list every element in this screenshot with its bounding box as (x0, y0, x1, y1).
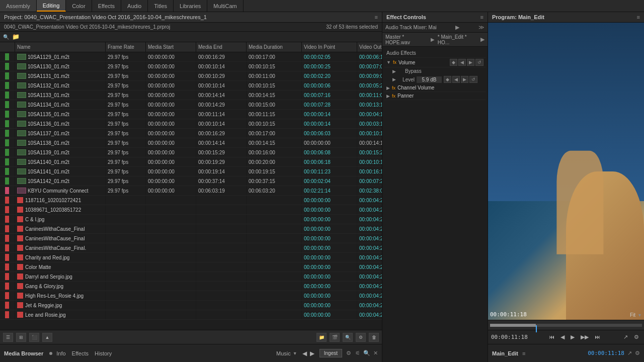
panner-arrow[interactable]: ▶ (386, 94, 390, 99)
table-row[interactable]: Darryl and Sergio.jpg00:00:00:0000:00:04… (0, 272, 382, 282)
clear-filter-icon[interactable]: ✕ (373, 350, 378, 356)
list-view-button[interactable]: ☰ (3, 333, 13, 342)
level-keyframe-btn[interactable]: ◆ (444, 76, 451, 83)
music-dropdown[interactable]: ▼ (293, 351, 297, 356)
th-name[interactable]: Name (15, 42, 106, 52)
grid-view-button[interactable]: ⊞ (16, 333, 26, 342)
nav-titles[interactable]: Titles (148, 0, 174, 12)
info-tab[interactable]: Info (56, 349, 65, 357)
table-row[interactable]: Gang & Glory.jpg00:00:00:0000:00:04:2800… (0, 282, 382, 291)
nav-assembly[interactable]: Assembly (0, 0, 37, 12)
table-row[interactable]: CaninesWithaCause_Final.00:00:00:0000:00… (0, 243, 382, 253)
table-row[interactable]: 10SA1136_01.m2t29.97 fps00:00:00:0000:00… (0, 119, 382, 129)
nav-editing[interactable]: Editing (37, 0, 66, 12)
main-edit-menu[interactable]: ≡ (522, 350, 525, 356)
main-edit-settings-btn[interactable]: ⚙ (635, 350, 640, 356)
program-timecode-display[interactable]: 00:00:11:18 (491, 334, 528, 340)
level-arrow[interactable]: ▶ (392, 77, 396, 82)
table-row[interactable]: CaninesWithaCause_Final00:00:00:0000:00:… (0, 234, 382, 243)
fit-dropdown-arrow[interactable]: ▼ (637, 313, 642, 318)
history-tab[interactable]: History (95, 349, 112, 357)
table-row[interactable]: 10SA1137_01.m2t29.97 fps00:00:00:0000:00… (0, 129, 382, 138)
timeline-bar[interactable] (490, 324, 642, 327)
table-row[interactable]: 10SA1132_01.m2t29.97 fps00:00:00:0000:00… (0, 81, 382, 90)
table-row[interactable]: 10389671_1020385172200:00:00:0000:00:04:… (0, 205, 382, 215)
table-row[interactable]: 10SA1142_01.m2t29.97 fps00:00:00:0000:00… (0, 176, 382, 186)
th-framerate[interactable]: Frame Rate (106, 42, 146, 52)
master-label[interactable]: Master * HOPE.wav (385, 34, 428, 45)
effects-tab[interactable]: Effects (72, 349, 89, 357)
table-row[interactable]: Lee and Rosie.jpg00:00:00:0000:00:04:280… (0, 310, 382, 320)
table-row[interactable]: 10SA1140_01.m2t29.97 fps00:00:00:0000:00… (0, 157, 382, 167)
main-edit-label[interactable]: * Main_Edit * HO... (438, 34, 477, 45)
timeline-playhead[interactable] (536, 325, 537, 332)
table-row[interactable]: 10SA1129_01.m2t29.97 fps00:00:00:0000:00… (0, 52, 382, 62)
table-row[interactable]: C & I.jpg00:00:00:0000:00:04:2800:00:04:… (0, 215, 382, 224)
play-back-button[interactable]: ◀ (558, 333, 567, 341)
nav-audio[interactable]: Audio (121, 0, 148, 12)
bypass-arrow[interactable]: ▶ (392, 69, 396, 74)
new-item-button[interactable]: 🎬 (330, 333, 340, 342)
level-value[interactable]: 5.9 dB (417, 76, 442, 83)
step-forward-button[interactable]: ⏭ (593, 333, 602, 341)
delete-button[interactable]: 🗑 (369, 333, 379, 342)
main-edit-export-btn[interactable]: ↗ (627, 350, 632, 356)
table-row[interactable]: High Res-Les_Rosie 4.jpg00:00:00:0000:00… (0, 291, 382, 301)
table-row[interactable]: 10SA1133_01.m2t29.97 fps00:00:00:0000:00… (0, 90, 382, 100)
sort-button[interactable]: ▲ (42, 333, 52, 342)
main-edit-arrow[interactable]: ▶ (480, 36, 485, 43)
th-videoout[interactable]: Video Out Point (357, 42, 382, 52)
table-row[interactable]: CaninesWithaCause_Final00:00:00:0000:00:… (0, 224, 382, 234)
new-bin-button[interactable]: 📁 (316, 333, 327, 342)
project-menu-icon[interactable]: ≡ (375, 14, 378, 20)
volume-expand-arrow[interactable]: ▼ (386, 60, 391, 65)
main-edit-title[interactable]: Main_Edit (492, 350, 518, 356)
fit-label[interactable]: Fit (630, 312, 635, 318)
search-filter-icon[interactable]: 🔍 (363, 350, 370, 356)
next-arrow[interactable]: ▶ (309, 350, 315, 357)
level-right-btn[interactable]: ▶ (461, 76, 468, 83)
search-button[interactable]: 🔍 (343, 333, 353, 342)
ingest-button[interactable]: Ingest (319, 349, 342, 357)
audio-track-more[interactable]: ≫ (478, 24, 485, 31)
nav-effects[interactable]: Effects (92, 0, 121, 12)
channel-volume-arrow[interactable]: ▶ (386, 85, 390, 90)
volume-keyframe-btn[interactable]: ◆ (450, 59, 457, 66)
table-row[interactable]: Charity and Red.jpg00:00:00:0000:00:04:2… (0, 253, 382, 262)
freeform-view-button[interactable]: ⬛ (29, 333, 39, 342)
volume-reset-btn[interactable]: ↺ (475, 59, 484, 66)
ingest-settings[interactable]: ⚙ (346, 350, 351, 356)
prev-arrow[interactable]: ◀ (301, 350, 308, 357)
table-row[interactable]: Color Matte00:00:00:0000:00:04:2800:00:0… (0, 262, 382, 272)
table-row[interactable]: 1187116_10201027242100:00:00:0000:00:04:… (0, 196, 382, 205)
media-browser-tab[interactable]: Media Browser (4, 350, 43, 356)
table-row[interactable]: KBYU Community Connect29.97 fps00:00:00:… (0, 186, 382, 196)
play-button[interactable]: ▶ (569, 333, 577, 341)
program-timeline[interactable] (488, 320, 644, 330)
settings-btn[interactable]: ⚙ (632, 333, 641, 341)
play-forward-button[interactable]: ▶▶ (579, 333, 591, 341)
folder-icon[interactable]: 📁 (12, 33, 20, 40)
step-back-button[interactable]: ⏮ (547, 333, 556, 341)
nav-libraries[interactable]: Libraries (174, 0, 207, 12)
nav-multicam[interactable]: MultiCam (207, 0, 243, 12)
export-button[interactable]: ↗ (621, 333, 630, 341)
table-row[interactable]: 10SA1131_01.m2t29.97 fps00:00:00:0000:00… (0, 71, 382, 81)
nav-color[interactable]: Color (66, 0, 92, 12)
table-row[interactable]: 10SA1134_01.m2t29.97 fps00:00:00:0000:00… (0, 100, 382, 110)
volume-right-btn[interactable]: ▶ (467, 59, 474, 66)
th-videoin[interactable]: Video In Point (302, 42, 357, 52)
level-left-btn[interactable]: ◀ (452, 76, 460, 83)
master-expand[interactable]: ▶ (431, 37, 435, 42)
audio-track-expand[interactable]: ▶ (455, 24, 459, 31)
effects-menu-icon[interactable]: ≡ (480, 14, 484, 20)
th-mediaend[interactable]: Media End (196, 42, 247, 52)
table-row[interactable]: Jet & Reggie.jpg00:00:00:0000:00:04:2800… (0, 301, 382, 310)
table-row[interactable]: 10SA1138_01.m2t29.97 fps00:00:00:0000:00… (0, 138, 382, 148)
audio-track-label[interactable]: Audio Track Mixer: Mai (385, 25, 437, 30)
volume-left-btn[interactable]: ◀ (458, 59, 466, 66)
level-reset-btn[interactable]: ↺ (469, 76, 477, 83)
program-menu-icon[interactable]: ≡ (637, 14, 640, 20)
table-row[interactable]: 10SA1135_01.m2t29.97 fps00:00:00:0000:00… (0, 110, 382, 119)
table-row[interactable]: 10SA1141_01.m2t29.97 fps00:00:00:0000:00… (0, 167, 382, 176)
